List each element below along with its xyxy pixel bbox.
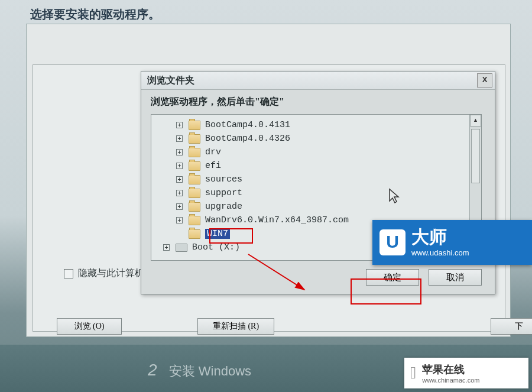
next-button[interactable]: 下	[491, 318, 532, 335]
tree-item[interactable]: +efi	[155, 159, 468, 173]
dialog-titlebar[interactable]: 浏览文件夹 X	[141, 72, 495, 90]
hide-incompatible-checkbox[interactable]	[64, 269, 73, 278]
scroll-up-button[interactable]: ▲	[470, 115, 481, 127]
tree-item-label: sources	[205, 174, 242, 184]
expander-icon[interactable]: +	[176, 190, 183, 196]
folder-icon	[189, 134, 200, 144]
page-title: 选择要安装的驱动程序。	[27, 7, 160, 31]
expander-icon[interactable]: +	[176, 176, 183, 183]
expander-icon[interactable]: +	[176, 163, 183, 169]
apple-watermark-url: www.chinamac.com	[422, 377, 479, 384]
folder-icon	[189, 216, 200, 225]
ok-button[interactable]: 确定	[366, 269, 419, 286]
dialog-instruction: 浏览驱动程序，然后单击"确定"	[151, 96, 485, 108]
tree-item-label: WanDrv6.0.Win7.x64_3987.com	[205, 215, 349, 225]
tree-item-label: support	[205, 188, 242, 198]
dialog-title: 浏览文件夹	[147, 74, 194, 87]
expander-icon[interactable]: +	[176, 217, 183, 223]
drive-icon	[176, 244, 187, 252]
tree-item[interactable]: +upgrade	[155, 200, 468, 213]
expander-icon[interactable]: +	[163, 244, 170, 251]
folder-icon	[189, 202, 200, 212]
tree-item[interactable]: +sources	[155, 173, 468, 186]
tree-item[interactable]: +BootCamp4.0.4131	[155, 118, 468, 132]
folder-icon	[189, 161, 200, 171]
tree-item-label: Boot (X:)	[192, 242, 240, 252]
tree-item[interactable]: +BootCamp4.0.4326	[155, 132, 468, 145]
apple-logo-icon: 	[410, 364, 416, 383]
udashi-logo-icon: U	[379, 229, 406, 255]
udashi-url: www.udashi.com	[411, 248, 469, 257]
tree-item[interactable]: +support	[155, 186, 468, 200]
tree-item-label: drv	[205, 147, 221, 157]
tree-item-label: WIN7	[205, 229, 230, 239]
step-number: 2	[148, 361, 157, 379]
tree-item-label: upgrade	[205, 202, 242, 212]
expander-spacer	[176, 231, 183, 237]
folder-icon	[189, 229, 200, 239]
expander-icon[interactable]: +	[176, 149, 183, 155]
dialog-button-row: 确定 取消	[151, 269, 485, 286]
folder-icon	[189, 121, 200, 130]
tree-item-label: efi	[205, 161, 221, 171]
expander-icon[interactable]: +	[176, 135, 183, 142]
browse-button[interactable]: 浏览 (O)	[57, 318, 122, 335]
folder-icon	[189, 189, 200, 198]
expander-icon[interactable]: +	[176, 122, 183, 128]
installer-step-label: 2 安装 Windows	[148, 361, 251, 380]
apple-watermark:  苹果在线 www.chinamac.com	[404, 358, 528, 388]
apple-watermark-name: 苹果在线	[422, 362, 479, 377]
tree-item-label: BootCamp4.0.4326	[205, 134, 290, 144]
tree-item-label: BootCamp4.0.4131	[205, 120, 290, 130]
tree-item[interactable]: +drv	[155, 145, 468, 159]
main-title-text: 选择要安装的驱动程序。	[30, 7, 160, 31]
folder-icon	[189, 148, 200, 157]
expander-icon[interactable]: +	[176, 203, 183, 210]
step-text: 安装 Windows	[169, 364, 251, 378]
udashi-watermark: U 大师 www.udashi.com	[372, 220, 532, 265]
cancel-button[interactable]: 取消	[429, 269, 482, 286]
udashi-name: 大师	[411, 228, 469, 246]
rescan-button[interactable]: 重新扫描 (R)	[197, 318, 274, 335]
dialog-close-button[interactable]: X	[477, 73, 492, 88]
folder-icon	[189, 175, 200, 184]
scroll-thumb[interactable]	[471, 129, 480, 183]
